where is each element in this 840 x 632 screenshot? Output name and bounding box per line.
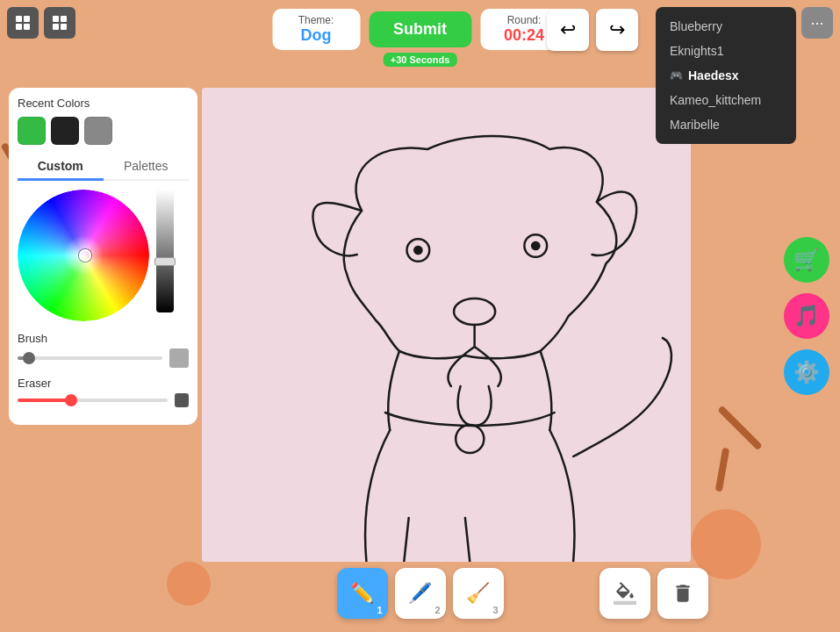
svg-rect-3: [24, 24, 30, 30]
submit-button[interactable]: Submit +30 Seconds: [369, 11, 471, 47]
swatch-black[interactable]: [51, 117, 79, 145]
bottom-toolbar: ✏️ 1 🖊️ 2 🧹 3: [337, 568, 504, 619]
redo-button[interactable]: ↪: [596, 9, 638, 51]
eraser-tool-num: 3: [492, 605, 498, 615]
eraser-label: Eraser: [18, 377, 189, 390]
top-left-icons: [7, 7, 75, 39]
svg-rect-5: [61, 16, 67, 22]
brush-label: Brush: [18, 332, 189, 345]
bottom-right-buttons: [599, 568, 708, 619]
player-haedesx: 🎮 Haedesx: [656, 63, 796, 88]
drawing-canvas-element[interactable]: [202, 88, 691, 562]
eraser-tool-icon: 🧹: [466, 582, 490, 605]
round-label: Round:: [494, 14, 554, 26]
home-icon[interactable]: [7, 7, 39, 39]
undo-redo-controls: ↩ ↪: [547, 9, 638, 51]
active-player-icon: 🎮: [670, 69, 683, 82]
eraser-icon: [175, 393, 189, 407]
theme-label: Theme:: [286, 14, 346, 26]
recent-colors-title: Recent Colors: [18, 97, 189, 110]
theme-box: Theme: Dog: [272, 9, 360, 50]
pencil-tool-button[interactable]: 🖊️ 2: [395, 568, 446, 619]
player-kameo: Kameo_kittchem: [656, 88, 796, 112]
eraser-tool-button[interactable]: 🧹 3: [453, 568, 504, 619]
theme-value: Dog: [286, 26, 346, 45]
pencil-tool-icon: 🖊️: [408, 582, 432, 605]
fill-button[interactable]: [599, 568, 650, 619]
tab-palettes[interactable]: Palettes: [104, 154, 190, 181]
swatch-green[interactable]: [18, 117, 46, 145]
menu-icon[interactable]: [44, 7, 75, 39]
eraser-slider[interactable]: [18, 399, 168, 402]
right-actions: 🛒 🎵 ⚙️: [784, 237, 829, 395]
music-button[interactable]: 🎵: [784, 293, 829, 339]
player-maribelle: Maribelle: [656, 112, 796, 137]
brush-slider-row: [18, 348, 189, 368]
brightness-track[interactable]: [156, 190, 174, 312]
color-picker-area: [18, 190, 189, 321]
svg-rect-4: [53, 16, 59, 22]
brightness-thumb[interactable]: [154, 257, 176, 266]
drawing-canvas[interactable]: [202, 88, 691, 562]
left-panel: Recent Colors Custom Palettes Brush Eras…: [9, 88, 197, 425]
brush-tool-button[interactable]: ✏️ 1: [337, 568, 388, 619]
more-options-icon[interactable]: ···: [801, 7, 833, 39]
plus-time-badge: +30 Seconds: [384, 53, 457, 67]
players-panel: Blueberry Eknights1 🎮 Haedesx Kameo_kitt…: [656, 7, 796, 144]
color-tabs: Custom Palettes: [18, 154, 189, 181]
undo-button[interactable]: ↩: [547, 9, 589, 51]
brush-tool-icon: ✏️: [350, 582, 374, 605]
deco-stick-3: [717, 406, 763, 451]
svg-rect-2: [16, 24, 22, 30]
brush-icon: [169, 348, 189, 368]
brightness-slider[interactable]: [156, 190, 174, 321]
color-wheel[interactable]: [18, 190, 149, 321]
deco-circle-1: [167, 562, 211, 606]
brush-tool-num: 1: [377, 605, 382, 615]
svg-rect-7: [61, 24, 67, 30]
svg-rect-1: [24, 16, 30, 22]
player-blueberry: Blueberry: [656, 14, 796, 39]
color-wheel-canvas[interactable]: [18, 190, 149, 321]
eraser-slider-row: [18, 393, 189, 407]
top-bar: Theme: Dog Submit +30 Seconds Round: 00:…: [272, 9, 568, 50]
player-eknights1: Eknights1: [656, 39, 796, 63]
tab-custom[interactable]: Custom: [18, 154, 104, 181]
svg-rect-6: [53, 24, 59, 30]
svg-rect-0: [16, 16, 22, 22]
round-value: 00:24: [494, 26, 554, 45]
color-swatches: [18, 117, 189, 145]
swatch-gray[interactable]: [84, 117, 112, 145]
pencil-tool-num: 2: [434, 605, 440, 615]
brush-slider[interactable]: [18, 356, 162, 360]
trash-button[interactable]: [657, 568, 708, 619]
cart-button[interactable]: 🛒: [784, 237, 829, 283]
settings-button[interactable]: ⚙️: [784, 349, 829, 395]
deco-stick-4: [715, 448, 730, 492]
